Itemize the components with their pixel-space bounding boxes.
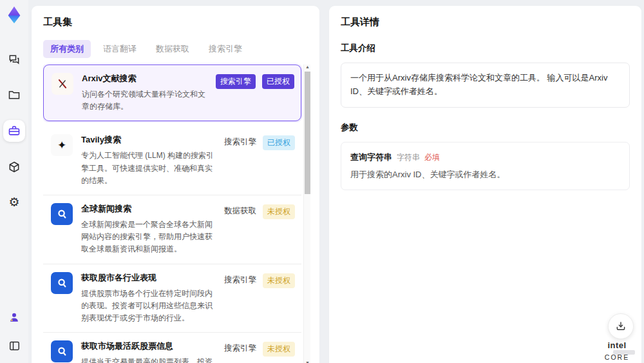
- left-rail: ⚙: [0, 0, 28, 363]
- tool-status-badge: 已授权: [263, 135, 295, 150]
- tool-category-label: 搜索引擎: [224, 342, 256, 355]
- tool-status-badge: 已授权: [262, 74, 294, 89]
- folder-icon[interactable]: [5, 85, 24, 104]
- tool-description: 访问各个研究领域大量科学论文和文章的存储库。: [82, 88, 207, 113]
- tool-status-badge: 未授权: [263, 342, 295, 357]
- star-glyph: ✦: [57, 139, 66, 152]
- intro-text: 一个用于从Arxiv存储库搜索科学论文和文章的工具。 输入可以是Arxiv ID…: [341, 63, 630, 108]
- tool-title: Tavily搜索: [81, 134, 216, 146]
- tool-item-sector-performance[interactable]: 获取股市各行业表现 提供股票市场各个行业在特定时间段内的表现。投资者可以利用这些…: [43, 264, 301, 333]
- toolbox-icon[interactable]: [3, 120, 25, 142]
- tool-detail-panel: 工具详情 工具介绍 一个用于从Arxiv存储库搜索科学论文和文章的工具。 输入可…: [328, 5, 642, 363]
- tool-category-label: 搜索引擎: [224, 273, 256, 287]
- param-name: 查询字符串: [350, 152, 392, 163]
- tool-title: Arxiv文献搜索: [82, 73, 207, 84]
- tool-item-most-active-stocks[interactable]: 获取市场最活跃股票信息 提供当天交易量最高的股票列表。投资者可以利用这些信息来识…: [43, 333, 301, 363]
- app-logo-icon[interactable]: [5, 5, 24, 25]
- tools-panel: 工具集 所有类别 语言翻译 数据获取 搜索引擎 Arxiv文献搜索 访问各个研究…: [31, 5, 320, 363]
- tool-item-global-news[interactable]: 全球新闻搜索 全球新闻搜索是一个聚合全球各大新闻网站内容的搜索引擎，帮助用户快速…: [43, 195, 301, 264]
- tool-title: 获取市场最活跃股票信息: [81, 340, 216, 352]
- tool-title: 获取股市各行业表现: [81, 272, 216, 284]
- tool-list: Arxiv文献搜索 访问各个研究领域大量科学论文和文章的存储库。 搜索引擎 已授…: [43, 64, 310, 363]
- search-app-icon: [51, 272, 73, 294]
- tab-data-fetch[interactable]: 数据获取: [149, 40, 196, 58]
- intel-sub-badge: [613, 350, 635, 355]
- page-title: 工具集: [43, 16, 310, 28]
- detail-title: 工具详情: [341, 16, 630, 28]
- user-avatar-icon[interactable]: [5, 308, 24, 327]
- tool-item-tavily[interactable]: ✦ Tavily搜索 专为人工智能代理 (LLM) 构建的搜索引擎工具。可快速提…: [43, 126, 301, 195]
- chat-icon[interactable]: [5, 50, 24, 70]
- settings-gear-icon[interactable]: ⚙: [5, 192, 24, 211]
- tool-category-badge: 搜索引擎: [216, 74, 256, 89]
- scroll-up-icon[interactable]: ▲: [304, 64, 310, 69]
- gear-glyph: ⚙: [8, 196, 19, 208]
- tab-all-categories[interactable]: 所有类别: [43, 40, 91, 58]
- download-button[interactable]: [608, 313, 634, 339]
- tab-search-engine[interactable]: 搜索引擎: [202, 40, 249, 58]
- intro-heading: 工具介绍: [341, 43, 630, 54]
- arxiv-logo-icon: [52, 73, 73, 95]
- tool-description: 全球新闻搜索是一个聚合全球各大新闻网站内容的搜索引擎，帮助用户快速获取全球最新资…: [81, 219, 216, 256]
- tool-title: 全球新闻搜索: [81, 203, 216, 215]
- param-description: 用于搜索的Arxiv ID、关键字或作者姓名。: [350, 169, 620, 181]
- tool-status-badge: 未授权: [263, 273, 295, 288]
- rail-nav: ⚙: [3, 50, 25, 211]
- tool-category-label: 搜索引擎: [224, 135, 256, 149]
- param-required-badge: 必填: [424, 152, 440, 163]
- tool-item-arxiv[interactable]: Arxiv文献搜索 访问各个研究领域大量科学论文和文章的存储库。 搜索引擎 已授…: [43, 64, 301, 121]
- tavily-star-icon: ✦: [51, 134, 73, 156]
- tool-description: 专为人工智能代理 (LLM) 构建的搜索引擎工具。可快速提供实时、准确和真实的结…: [81, 150, 216, 187]
- param-type: 字符串: [397, 152, 420, 163]
- intel-wordmark: intel: [607, 340, 626, 350]
- package-icon[interactable]: [5, 157, 24, 177]
- tool-status-badge: 未授权: [263, 204, 295, 219]
- category-tabs: 所有类别 语言翻译 数据获取 搜索引擎: [43, 40, 310, 58]
- scroll-down-icon[interactable]: ▼: [304, 360, 310, 363]
- tab-language-translation[interactable]: 语言翻译: [96, 40, 144, 58]
- rail-bottom: [5, 308, 24, 355]
- params-heading: 参数: [341, 122, 630, 133]
- tool-description: 提供股票市场各个行业在特定时间段内的表现。投资者可以利用这些信息来识别表现优于或…: [81, 288, 216, 325]
- search-app-icon: [51, 340, 73, 362]
- list-scrollbar[interactable]: ▲ ▼: [303, 64, 310, 363]
- scrollbar-thumb[interactable]: [305, 72, 310, 194]
- panel-toggle-icon[interactable]: [5, 336, 24, 355]
- tool-description: 提供当天交易量最高的股票列表。投资者可以利用这些信息来识别流动性强的股票和潜在的…: [81, 356, 216, 363]
- parameter-card: 查询字符串 字符串 必填 用于搜索的Arxiv ID、关键字或作者姓名。: [341, 142, 630, 190]
- tool-category-label: 数据获取: [224, 204, 256, 218]
- search-app-icon: [51, 203, 73, 225]
